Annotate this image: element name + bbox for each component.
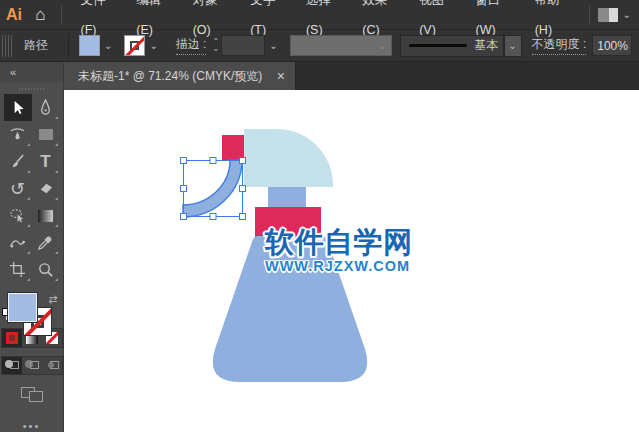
flyout-indicator	[55, 170, 58, 173]
close-tab-icon[interactable]: ✕	[276, 70, 285, 83]
tools-panel: «	[0, 62, 64, 432]
chevron-down-icon[interactable]: ⌄	[265, 38, 281, 53]
selection-arrow-icon	[9, 99, 26, 116]
circle-icon	[5, 360, 13, 368]
pen-nib-icon	[37, 99, 54, 116]
watermark-title: 软件自学网	[265, 228, 525, 257]
fill-stroke-proxy: ⇄	[8, 293, 56, 313]
flyout-indicator	[27, 278, 30, 281]
gradient-icon	[38, 210, 53, 222]
stepper-down-icon[interactable]: ⌄	[212, 46, 219, 53]
chevron-down-icon[interactable]: ⌄	[623, 9, 631, 20]
app-logo: Ai	[0, 6, 28, 24]
puppet-warp-tool[interactable]	[4, 229, 32, 256]
gradient-tool[interactable]	[32, 202, 60, 229]
eyedropper-tool[interactable]	[32, 229, 60, 256]
chevron-down-icon[interactable]: ⌄	[145, 38, 161, 53]
paintbrush-icon	[9, 153, 26, 170]
color-button[interactable]	[2, 329, 22, 347]
divider	[68, 34, 69, 58]
brush-definition-dropdown[interactable]: 基本	[400, 35, 504, 57]
divider	[589, 6, 590, 24]
canvas[interactable]: 软件自学网 WWW.RJZXW.COM	[64, 90, 639, 432]
rect-front-icon	[29, 391, 43, 402]
paintbrush-tool[interactable]	[4, 148, 32, 175]
document-tab-bar: 未标题-1* @ 71.24% (CMYK/预览) ✕	[64, 62, 639, 90]
stroke-color-swatch-none[interactable]	[124, 35, 145, 56]
flyout-indicator	[27, 197, 30, 200]
zoom-tool[interactable]	[32, 256, 60, 283]
swap-fill-stroke-icon[interactable]: ⇄	[48, 293, 57, 306]
selection-context-label: 路径	[24, 37, 48, 54]
chevron-down-icon: ⌄	[374, 38, 390, 53]
document-tab-title: 未标题-1* @ 71.24% (CMYK/预览)	[78, 68, 262, 85]
chevron-down-icon: ⌄	[504, 38, 520, 53]
drag-handle[interactable]	[19, 88, 45, 90]
fill-color-swatch[interactable]	[79, 35, 100, 56]
change-screen-mode-button[interactable]	[21, 391, 43, 399]
selected-handle-object[interactable]	[180, 157, 248, 223]
circle-icon	[48, 362, 54, 368]
drawing-mode-buttons	[1, 356, 63, 375]
artwork-spray-head[interactable]	[244, 129, 333, 187]
flyout-indicator	[27, 224, 30, 227]
curved-band-shape[interactable]	[183, 160, 242, 217]
type-tool-icon: T	[40, 152, 50, 172]
menu-bar: Ai ⌂ 文件(F) 编辑(E) 对象(O) 文字(T) 选择(S) 效果(C)…	[0, 0, 639, 30]
edit-toolbar-more-icon[interactable]: •••	[23, 420, 41, 432]
watermark: 软件自学网 WWW.RJZXW.COM	[265, 228, 525, 274]
lasso-arrow-icon	[9, 207, 26, 224]
chevron-down-icon[interactable]: ⌄	[100, 38, 116, 53]
rectangle-tool[interactable]	[32, 121, 60, 148]
eraser-icon	[37, 180, 54, 197]
stroke-width-field[interactable]	[221, 35, 265, 56]
eraser-tool[interactable]	[32, 175, 60, 202]
flyout-indicator	[55, 116, 58, 119]
artwork-neck-rect[interactable]	[268, 187, 306, 208]
stroke-panel-link[interactable]: 描边 :	[176, 36, 207, 55]
warp-hand-icon	[9, 234, 26, 251]
type-tool[interactable]: T	[32, 148, 60, 175]
flyout-indicator	[55, 143, 58, 146]
collapse-panel-icon[interactable]: «	[0, 62, 63, 82]
rotate-icon: ↺	[10, 178, 25, 200]
pen-tool[interactable]	[32, 94, 60, 121]
flyout-indicator	[55, 278, 58, 281]
curvature-tool[interactable]	[4, 121, 32, 148]
none-slash-icon	[125, 36, 145, 56]
shaper-tool[interactable]	[4, 202, 32, 229]
document-tab[interactable]: 未标题-1* @ 71.24% (CMYK/预览) ✕	[64, 62, 296, 90]
rectangle-icon	[39, 129, 53, 140]
opacity-field[interactable]: 100%	[592, 35, 632, 56]
opacity-panel-link[interactable]: 不透明度 :	[532, 36, 587, 55]
draw-normal-button[interactable]	[2, 357, 22, 374]
flyout-indicator	[55, 197, 58, 200]
fill-swatch[interactable]	[8, 293, 37, 322]
eyedropper-icon	[37, 234, 54, 251]
curvature-pen-icon	[9, 126, 26, 143]
brush-dropdown-button[interactable]: ⌄	[504, 35, 522, 57]
artboard-icon	[9, 261, 26, 278]
home-icon[interactable]: ⌂	[28, 5, 53, 25]
flyout-indicator	[55, 224, 58, 227]
draw-behind-button[interactable]	[22, 357, 42, 374]
width-profile-dropdown[interactable]: ⌄	[290, 35, 392, 56]
square-icon	[30, 361, 39, 369]
brush-style-label: 基本	[475, 37, 499, 54]
drag-handle[interactable]	[2, 35, 12, 57]
divider	[61, 6, 62, 24]
rotate-tool[interactable]: ↺	[4, 175, 32, 202]
flyout-indicator	[27, 170, 30, 173]
flyout-indicator	[27, 251, 30, 254]
brush-stroke-preview	[409, 44, 467, 47]
magnifier-icon	[37, 261, 54, 278]
flyout-indicator	[27, 143, 30, 146]
draw-inside-button[interactable]	[42, 357, 62, 374]
flyout-indicator	[55, 251, 58, 254]
workspace-switcher-icon[interactable]	[598, 8, 618, 22]
color-icon	[6, 332, 18, 344]
stroke-width-stepper[interactable]: ⌃ ⌄	[212, 39, 219, 53]
watermark-url: WWW.RJZXW.COM	[265, 259, 525, 274]
artboard-tool[interactable]	[4, 256, 32, 283]
selection-tool[interactable]	[4, 94, 32, 121]
